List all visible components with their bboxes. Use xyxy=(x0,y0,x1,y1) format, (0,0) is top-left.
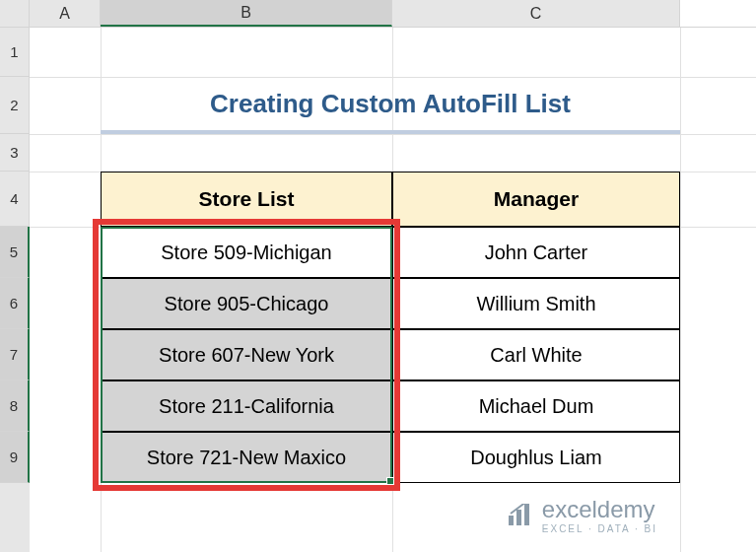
col-header-b[interactable]: B xyxy=(101,0,392,27)
row-header-9[interactable]: 9 xyxy=(0,432,30,483)
chart-icon xyxy=(507,504,534,527)
row-header-2[interactable]: 2 xyxy=(0,77,30,134)
svg-rect-1 xyxy=(516,510,521,525)
col-header-c[interactable]: C xyxy=(392,0,680,27)
cell-b8[interactable]: Store 211-California xyxy=(101,380,392,432)
gridline xyxy=(680,28,681,552)
svg-rect-2 xyxy=(524,504,529,525)
cell-c6[interactable]: Willium Smith xyxy=(392,278,680,329)
col-header-a[interactable]: A xyxy=(30,0,101,27)
row-header-1[interactable]: 1 xyxy=(0,28,30,77)
spreadsheet: A B C 1 2 3 4 5 6 7 8 9 Creating Custom … xyxy=(0,0,756,552)
cell-c8[interactable]: Michael Dum xyxy=(392,380,680,432)
row-headers: 1 2 3 4 5 6 7 8 9 xyxy=(0,28,30,552)
cell-c7[interactable]: Carl White xyxy=(392,329,680,380)
row-header-4[interactable]: 4 xyxy=(0,172,30,227)
cell-b7[interactable]: Store 607-New York xyxy=(101,329,392,380)
cell-c5[interactable]: John Carter xyxy=(392,227,680,278)
watermark-tagline: EXCEL · DATA · BI xyxy=(542,523,657,534)
grid-area[interactable]: Creating Custom AutoFill List Store List… xyxy=(30,28,756,552)
header-manager[interactable]: Manager xyxy=(392,172,680,227)
row-header-6[interactable]: 6 xyxy=(0,278,30,329)
title-cell[interactable]: Creating Custom AutoFill List xyxy=(101,77,680,134)
row-header-3[interactable]: 3 xyxy=(0,134,30,172)
body-area: 1 2 3 4 5 6 7 8 9 Creating Custom AutoFi… xyxy=(0,28,756,552)
gridline xyxy=(30,134,756,135)
watermark-brand: exceldemy xyxy=(542,496,657,523)
watermark: exceldemy EXCEL · DATA · BI xyxy=(507,496,657,534)
cell-b9[interactable]: Store 721-New Maxico xyxy=(101,432,392,483)
cell-c9[interactable]: Doughlus Liam xyxy=(392,432,680,483)
header-store-list[interactable]: Store List xyxy=(101,172,392,227)
column-headers: A B C xyxy=(0,0,756,28)
cell-b5[interactable]: Store 509-Michigan xyxy=(101,227,392,278)
row-header-7[interactable]: 7 xyxy=(0,329,30,380)
select-all-corner[interactable] xyxy=(0,0,30,27)
svg-rect-0 xyxy=(509,516,514,525)
row-header-8[interactable]: 8 xyxy=(0,380,30,432)
row-header-5[interactable]: 5 xyxy=(0,227,30,278)
cell-b6[interactable]: Store 905-Chicago xyxy=(101,278,392,329)
